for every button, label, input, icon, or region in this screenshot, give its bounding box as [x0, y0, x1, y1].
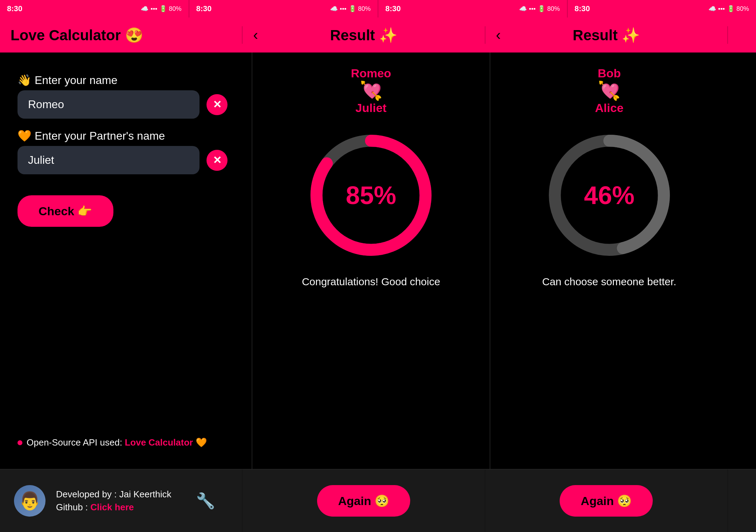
partner-label: 🧡 Enter your Partner's name: [18, 129, 234, 142]
back-button-middle[interactable]: ‹: [253, 27, 258, 43]
signal-icon-2: ▪▪▪: [340, 5, 346, 13]
battery-icon-4: 🔋 80%: [727, 5, 749, 13]
github-row: Github : Click here: [56, 502, 172, 513]
check-button[interactable]: Check 👉: [18, 195, 113, 227]
time-1: 8:30: [7, 4, 22, 13]
signal-icon-4: ▪▪▪: [718, 5, 725, 13]
name-input-group: 👋 Enter your name ✕: [18, 74, 234, 119]
name-input-row: ✕: [18, 90, 234, 119]
spacer-right: [728, 52, 756, 469]
right-circle: 46%: [543, 129, 676, 262]
cloud-icon-2: ☁️: [330, 5, 338, 13]
clear-name-button[interactable]: ✕: [206, 94, 227, 115]
status-bar: 8:30 ☁️ ▪▪▪ 🔋 80% 8:30 ☁️ ▪▪▪ 🔋 80% 8:30…: [0, 0, 756, 18]
header-middle: ‹ Result ✨: [243, 27, 484, 44]
footer: 👨 Developed by : Jai Keerthick Github : …: [0, 469, 756, 532]
status-section-2: 8:30 ☁️ ▪▪▪ 🔋 80%: [189, 4, 378, 13]
heart-arrow-middle: 💘: [360, 82, 383, 100]
left-panel: 👋 Enter your name ✕ 🧡 Enter your Partner…: [0, 52, 252, 469]
right-person2: Alice: [595, 101, 623, 115]
clear-name-icon: ✕: [213, 99, 222, 110]
name-label: 👋 Enter your name: [18, 74, 234, 87]
signal-icon-1: ▪▪▪: [150, 5, 157, 13]
time-2: 8:30: [196, 4, 212, 13]
right-result-panel: Bob 💘 Alice 46% Can choose someone bette…: [490, 52, 728, 469]
right-message: Can choose someone better.: [542, 276, 677, 288]
app-title-emoji: 😍: [125, 27, 143, 43]
middle-circle: 85%: [304, 129, 438, 262]
time-3: 8:30: [385, 4, 401, 13]
clear-partner-icon: ✕: [213, 155, 222, 166]
api-link[interactable]: Love Calculator 🧡: [125, 437, 206, 448]
right-person1: Bob: [598, 66, 621, 80]
again-button-right[interactable]: Again 🥺: [560, 485, 653, 517]
footer-right: Again 🥺: [485, 485, 727, 517]
battery-icon-1: 🔋 80%: [159, 5, 181, 13]
footer-dev-info: 👨 Developed by : Jai Keerthick Github : …: [14, 485, 215, 517]
cloud-icon-4: ☁️: [708, 5, 716, 13]
footer-left: 👨 Developed by : Jai Keerthick Github : …: [0, 485, 242, 517]
github-link[interactable]: Click here: [90, 502, 134, 512]
developer-name: Developed by : Jai Keerthick: [56, 489, 172, 500]
status-section-4: 8:30 ☁️ ▪▪▪ 🔋 80%: [568, 4, 756, 13]
back-button-right[interactable]: ‹: [496, 27, 501, 43]
middle-person1: Romeo: [351, 66, 391, 80]
status-section-1: 8:30 ☁️ ▪▪▪ 🔋 80%: [0, 4, 189, 13]
header-left: Love Calculator 😍: [0, 27, 242, 44]
middle-person2: Juliet: [356, 101, 387, 115]
middle-message: Congratulations! Good choice: [302, 276, 440, 288]
app-title: Love Calculator 😍: [10, 27, 143, 44]
battery-icon-2: 🔋 80%: [349, 5, 371, 13]
clear-partner-button[interactable]: ✕: [206, 150, 227, 171]
heart-arrow-right: 💘: [598, 82, 621, 100]
header-right: ‹ Result ✨: [485, 27, 727, 44]
right-percentage: 46%: [584, 181, 635, 210]
footer-middle: Again 🥺: [243, 485, 484, 517]
middle-percentage: 85%: [346, 181, 396, 210]
cloud-icon-1: ☁️: [141, 5, 148, 13]
middle-names: Romeo 💘 Juliet: [351, 66, 391, 115]
footer-text-info: Developed by : Jai Keerthick Github : Cl…: [56, 489, 172, 513]
partner-input-row: ✕: [18, 146, 234, 174]
status-icons-3: ☁️ ▪▪▪ 🔋 80%: [519, 5, 560, 13]
developer-avatar: 👨: [14, 485, 46, 517]
partner-input-group: 🧡 Enter your Partner's name ✕: [18, 129, 234, 174]
right-names: Bob 💘 Alice: [595, 66, 623, 115]
api-dot-icon: [18, 440, 22, 445]
again-button-middle[interactable]: Again 🥺: [317, 485, 410, 517]
cloud-icon-3: ☁️: [519, 5, 527, 13]
result-title-middle: Result ✨: [330, 27, 397, 44]
result-title-right: Result ✨: [573, 27, 640, 44]
main-content: 👋 Enter your name ✕ 🧡 Enter your Partner…: [0, 52, 756, 469]
avatar-image: 👨: [19, 491, 41, 511]
status-icons-1: ☁️ ▪▪▪ 🔋 80%: [141, 5, 181, 13]
name-input[interactable]: [18, 90, 200, 119]
battery-icon-3: 🔋 80%: [538, 5, 560, 13]
signal-icon-3: ▪▪▪: [529, 5, 536, 13]
partner-input[interactable]: [18, 146, 200, 174]
status-icons-4: ☁️ ▪▪▪ 🔋 80%: [708, 5, 749, 13]
api-text: Open-Source API used: Love Calculator 🧡: [27, 437, 207, 448]
sparkle-icon-right: ✨: [622, 27, 640, 43]
status-section-3: 8:30 ☁️ ▪▪▪ 🔋 80%: [378, 4, 567, 13]
header: Love Calculator 😍 ‹ Result ✨ ‹ Result ✨: [0, 18, 756, 52]
time-4: 8:30: [575, 4, 590, 13]
middle-result-panel: Romeo 💘 Juliet 85% Congratulations! Good…: [252, 52, 491, 469]
status-icons-2: ☁️ ▪▪▪ 🔋 80%: [330, 5, 371, 13]
sparkle-icon-middle: ✨: [379, 27, 397, 43]
tools-icon: 🔧: [196, 492, 215, 510]
api-notice: Open-Source API used: Love Calculator 🧡: [18, 437, 234, 448]
